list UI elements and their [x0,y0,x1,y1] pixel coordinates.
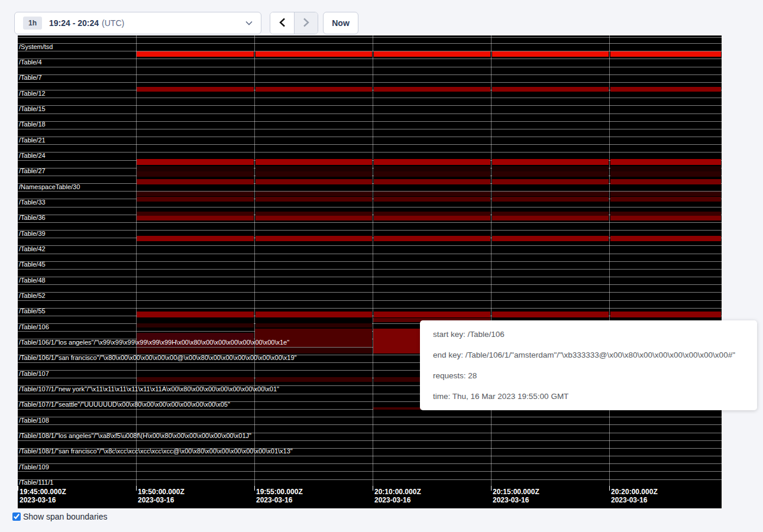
chevron-right-icon [303,18,309,29]
heat-band [610,171,721,177]
heat-band [374,51,490,57]
heat-band [374,179,490,184]
row-label: /Table/108/1/"san francisco"/"\x8c\xcc\x… [19,448,293,455]
show-span-boundaries-checkbox[interactable] [12,512,21,521]
row-label: /NamespaceTable/30 [19,184,80,190]
heat-band [137,197,254,202]
time-gridline [609,35,610,486]
heat-band [137,323,254,327]
heat-band [492,179,609,184]
key-visualizer-heatmap[interactable]: /System/tsd/Table/4/Table/7/Table/12/Tab… [18,35,722,508]
heat-band [256,166,372,171]
heat-band [137,216,254,220]
heat-band [492,312,609,317]
heat-band [610,51,721,57]
span-boundary-line [18,308,722,309]
heat-band [492,171,609,177]
row-label: /Table/12 [19,90,46,97]
time-axis: 19:45:00.000Z2023-03-1619:50:00.000Z2023… [18,486,722,508]
heat-band [137,236,254,241]
axis-time-label: 19:50:00.000Z2023-03-16 [138,488,185,504]
span-boundary-line [18,479,722,480]
span-boundary-line [18,144,722,145]
span-boundary-line [18,137,722,137]
row-label: /Table/36 [19,215,46,221]
heat-band [137,179,254,184]
row-label: /Table/48 [19,277,46,284]
heat-band [610,216,721,220]
heat-band [137,51,254,57]
heatmap-canvas[interactable]: /System/tsd/Table/4/Table/7/Table/12/Tab… [18,35,722,486]
time-window-selector[interactable]: 1h 19:24 - 20:24 (UTC) [14,12,261,34]
span-boundary-line [18,417,722,417]
heat-band [137,212,254,216]
heat-band [492,192,609,196]
span-boundary-line [18,82,722,83]
heat-band [492,87,609,92]
prev-window-button[interactable] [270,12,294,34]
heat-band [256,51,372,57]
heat-band [256,192,372,196]
heat-band [256,323,372,327]
span-boundary-line [18,43,722,44]
heat-band [374,166,490,171]
row-label: /Table/27 [19,168,46,174]
heat-band [256,348,372,353]
tooltip-time: time: Thu, 16 Mar 2023 19:55:00 GMT [433,392,744,401]
heat-band [492,166,609,171]
row-label: /Table/21 [19,137,46,144]
span-boundary-line [18,245,722,246]
heat-band [373,407,421,410]
heat-band [610,197,721,202]
time-gridline [136,35,137,486]
tooltip-end-key: end key: /Table/106/1/"amsterdam"/"\xb33… [433,351,744,359]
axis-tick [136,486,137,491]
span-boundary-line [18,152,722,153]
heat-band [610,87,721,92]
row-label: /Table/24 [19,153,46,159]
heat-band [137,377,254,382]
row-label: /Table/106 [19,324,49,330]
tooltip-start-key: start key: /Table/106 [433,330,744,339]
span-boundary-line [18,300,722,301]
row-label: /Table/7 [19,74,42,81]
span-boundary-line [18,456,722,456]
heat-band [256,312,372,317]
row-label: /Table/106/1/"los angeles"/"\x99\x99\x99… [19,339,289,346]
heat-band [374,212,490,216]
heat-band [137,171,254,177]
row-label: /Table/108 [19,417,49,424]
span-boundary-line [18,284,722,285]
span-boundary-line [18,67,722,67]
time-window-range: 19:24 - 20:24 [49,18,99,28]
heat-band [492,159,609,165]
heat-band [137,312,254,317]
axis-time-label: 20:20:00.000Z2023-03-16 [611,488,658,504]
heat-band [256,377,372,382]
span-boundary-line [18,129,722,129]
row-label: /Table/52 [19,293,46,299]
heat-band [374,171,490,177]
show-span-boundaries-label[interactable]: Show span boundaries [23,512,107,521]
span-boundary-line [18,59,722,59]
span-boundary-line [18,37,722,38]
heat-band [374,216,490,220]
heat-band [256,171,372,177]
heat-band [137,348,254,353]
heat-band [610,312,721,317]
heat-band [374,87,490,92]
span-boundary-line [18,269,722,270]
axis-tick [18,486,18,491]
span-boundary-line [18,440,722,441]
next-window-button[interactable] [294,12,318,34]
heat-band [374,236,490,241]
heat-band [256,87,372,92]
now-button[interactable]: Now [323,12,358,34]
span-boundary-line [18,424,722,425]
time-gridline [491,35,492,486]
axis-tick [491,486,492,491]
heat-band [256,159,372,165]
time-gridline [373,35,373,486]
heat-band [137,192,254,196]
heat-band [256,212,372,216]
